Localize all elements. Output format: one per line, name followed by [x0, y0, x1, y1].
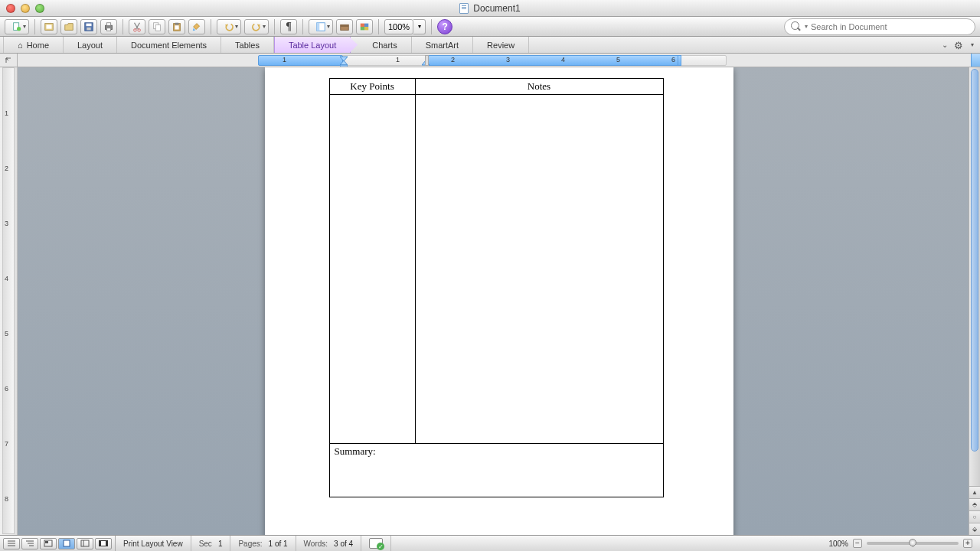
zoom-slider-thumb[interactable] [909, 539, 916, 546]
tab-document-elements[interactable]: Document Elements [117, 37, 221, 53]
vruler-5: 5 [5, 330, 8, 337]
undo-button[interactable] [217, 19, 241, 34]
new-document-button[interactable] [5, 19, 29, 34]
svg-rect-34 [64, 540, 70, 546]
save-button[interactable] [80, 19, 97, 34]
svg-rect-21 [361, 23, 364, 26]
print-button[interactable] [100, 19, 117, 34]
scrollbar-thumb[interactable] [971, 69, 978, 452]
help-button[interactable]: ? [437, 19, 452, 34]
zoom-selector[interactable]: 100% ▾ [384, 19, 426, 34]
ribbon-settings-dropdown-icon[interactable]: ▾ [971, 41, 974, 48]
zoom-in-button[interactable]: + [963, 539, 972, 548]
draft-view-button[interactable] [3, 538, 20, 549]
svg-rect-22 [364, 23, 368, 26]
tab-charts[interactable]: Charts [351, 37, 411, 53]
prev-page-button[interactable]: ⬘ [969, 498, 980, 510]
search-input[interactable] [811, 22, 969, 31]
indent-left-marker[interactable] [340, 60, 348, 67]
copy-button[interactable] [149, 19, 165, 34]
publishing-view-button[interactable] [40, 538, 57, 549]
table-header-notes[interactable]: Notes [415, 79, 663, 95]
ruler-tick-3: 3 [506, 56, 510, 64]
table-body-row[interactable] [329, 95, 663, 444]
search-dropdown-icon[interactable]: ▾ [805, 23, 808, 30]
view-mode-buttons [0, 536, 116, 551]
show-formatting-button[interactable]: ¶ [280, 19, 297, 34]
vruler-4: 4 [5, 275, 8, 282]
document-canvas[interactable]: Key Points Notes Summary: [18, 67, 980, 535]
redo-button[interactable] [244, 19, 269, 34]
svg-rect-25 [340, 65, 348, 67]
words-label: Words: [304, 540, 328, 548]
column-divider-marker[interactable] [425, 55, 429, 66]
tab-table-layout[interactable]: Table Layout [274, 37, 351, 53]
search-icon [791, 21, 802, 32]
zoom-value[interactable]: 100% [384, 19, 413, 34]
sec-value: 1 [218, 540, 223, 548]
focus-view-button[interactable] [95, 538, 112, 549]
svg-rect-23 [361, 27, 364, 30]
svg-rect-13 [155, 24, 160, 31]
vertical-scrollbar[interactable]: ▲ ⬘ ○ ⬙ [969, 67, 980, 535]
svg-rect-5 [87, 23, 92, 26]
status-section[interactable]: Sec 1 [191, 536, 231, 551]
outline-view-button[interactable] [21, 538, 38, 549]
page[interactable]: Key Points Notes Summary: [265, 67, 733, 535]
tab-layout[interactable]: Layout [64, 37, 117, 53]
zoom-out-button[interactable]: − [853, 539, 862, 548]
paste-button[interactable] [168, 19, 185, 34]
notebook-view-button[interactable] [77, 538, 93, 549]
media-browser-button[interactable] [356, 19, 373, 34]
tab-review[interactable]: Review [473, 37, 529, 53]
table-summary-row[interactable]: Summary: [329, 444, 663, 497]
status-zoom: 100% − + [821, 539, 980, 548]
open-template-button[interactable] [41, 19, 57, 34]
print-layout-view-button[interactable] [58, 538, 75, 549]
horizontal-ruler[interactable]: 1 1 2 3 4 5 6 [18, 54, 980, 67]
zoom-window-button[interactable] [35, 4, 44, 13]
tab-layout-label: Layout [77, 41, 103, 50]
minimize-window-button[interactable] [21, 4, 30, 13]
tab-tables[interactable]: Tables [221, 37, 274, 53]
browse-object-button[interactable]: ○ [969, 510, 980, 523]
ruler-tick-1l: 1 [283, 56, 286, 64]
scroll-up-button[interactable]: ▲ [969, 486, 980, 498]
ruler-corner-button[interactable] [0, 54, 18, 67]
svg-point-11 [138, 28, 141, 31]
tab-smartart[interactable]: SmartArt [412, 37, 473, 53]
zoom-percent-label[interactable]: 100% [828, 540, 848, 548]
ruler-column-2 [428, 55, 681, 66]
ribbon-tabs: ⌂ Home Layout Document Elements Tables T… [0, 37, 980, 54]
svg-rect-33 [45, 541, 48, 543]
vertical-ruler[interactable]: 1 2 3 4 5 6 7 8 [0, 67, 18, 535]
table-cell-keypoints[interactable] [329, 95, 415, 444]
close-window-button[interactable] [6, 4, 15, 13]
search-box[interactable]: ▾ [784, 18, 975, 35]
toolbox-button[interactable] [336, 19, 353, 34]
view-name-label: Print Layout View [123, 540, 183, 548]
ribbon-settings-icon[interactable] [954, 40, 965, 51]
sidebar-toggle-button[interactable] [309, 19, 333, 34]
svg-point-10 [134, 28, 137, 31]
table-cell-notes[interactable] [415, 95, 663, 444]
zoom-slider[interactable] [867, 542, 959, 545]
table-header-row[interactable]: Key Points Notes [329, 79, 663, 95]
ruler-tick-6: 6 [671, 56, 675, 64]
ribbon-collapse-icon[interactable]: ⌄ [942, 41, 948, 49]
svg-rect-15 [175, 22, 178, 24]
document-table[interactable]: Key Points Notes Summary: [329, 78, 664, 497]
status-spellcheck[interactable] [361, 536, 391, 551]
table-header-keypoints[interactable]: Key Points [329, 79, 415, 95]
next-page-button[interactable]: ⬙ [969, 523, 980, 535]
format-painter-button[interactable] [188, 19, 205, 34]
cut-button[interactable] [129, 19, 145, 34]
table-cell-summary[interactable]: Summary: [329, 444, 663, 497]
tab-home[interactable]: ⌂ Home [3, 37, 64, 53]
zoom-dropdown-icon[interactable]: ▾ [413, 19, 426, 34]
open-button[interactable] [60, 19, 77, 34]
ruler-right-margin-marker[interactable] [678, 55, 681, 66]
status-pages[interactable]: Pages: 1 of 1 [230, 536, 296, 551]
status-words[interactable]: Words: 3 of 4 [296, 536, 362, 551]
status-view-name[interactable]: Print Layout View [116, 536, 191, 551]
